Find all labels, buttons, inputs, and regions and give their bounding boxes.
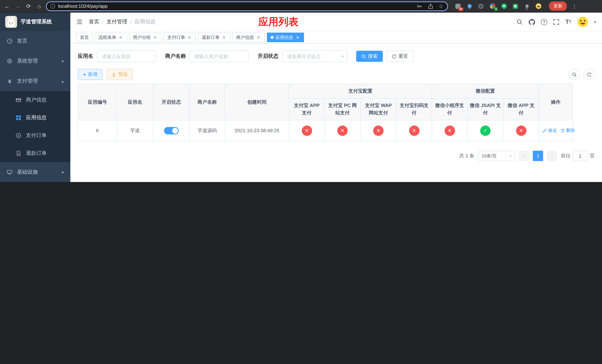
tab-pay-orders[interactable]: 支付订单✕	[164, 32, 196, 42]
extension-wechat-icon[interactable]	[500, 2, 508, 10]
extension-puzzle-icon[interactable]: 10	[454, 2, 462, 10]
app-name-input[interactable]	[97, 50, 156, 62]
delete-button[interactable]: 删除	[560, 127, 575, 134]
close-icon[interactable]: ✕	[187, 35, 192, 40]
help-icon[interactable]: ?	[541, 19, 547, 25]
col-group-wechat: 微信配置	[432, 84, 539, 98]
search-button[interactable]: 搜索	[356, 51, 383, 62]
tab-refund-orders[interactable]: 退款订单✕	[198, 32, 230, 42]
avatar-dropdown-icon[interactable]: ▾	[594, 20, 596, 24]
merchant-name-label: 商户名称	[165, 53, 186, 60]
fullscreen-icon[interactable]	[553, 19, 559, 25]
reset-button-label: 重置	[398, 53, 408, 60]
status-select[interactable]: ▾	[282, 50, 347, 62]
search-icon[interactable]	[516, 19, 523, 25]
close-icon[interactable]: ✕	[152, 35, 158, 40]
wechat-jsapi-status-icon: ✓	[480, 126, 491, 136]
sidebar-item-infrastructure[interactable]: 基础设施 ▾	[0, 162, 70, 182]
share-icon[interactable]	[428, 3, 433, 9]
forward-icon[interactable]: →	[14, 2, 22, 10]
main-area: 首页 / 支付管理 / 应用信息 应用列表 ? TT	[70, 13, 602, 182]
home-icon[interactable]: ⌂	[35, 2, 43, 10]
bookmark-star-icon[interactable]: ☆	[439, 3, 443, 9]
col-header-alipay-qr: 支付宝扫码支付	[396, 98, 432, 120]
sidebar-item-label: 首页	[17, 38, 27, 44]
url-text: localhost:1024/pay/app	[58, 3, 411, 9]
close-icon[interactable]: ✕	[118, 35, 123, 40]
col-header-app-id: 应用编号	[78, 84, 117, 120]
extension-green-square-icon[interactable]	[512, 2, 519, 10]
extension-profile-icon[interactable]: 1	[489, 2, 496, 10]
col-header-merchant: 商户名称	[189, 84, 225, 120]
tab-process-form[interactable]: 流程表单✕	[95, 32, 127, 42]
goto-prefix: 前往	[561, 153, 570, 160]
status-label: 开启状态	[258, 53, 279, 60]
github-icon[interactable]	[529, 19, 535, 25]
sidebar-item-app-info[interactable]: 应用信息	[0, 109, 70, 127]
page-size-value: 10条/页	[482, 153, 497, 159]
close-icon[interactable]: ✕	[221, 35, 226, 40]
tab-label: 商户信息	[236, 34, 254, 41]
extension-drop-icon[interactable]	[466, 2, 473, 10]
breadcrumb: 首页 / 支付管理 / 应用信息	[89, 19, 155, 25]
status-toggle[interactable]	[164, 127, 179, 134]
sidebar-item-system[interactable]: 系统管理 ▾	[0, 51, 70, 71]
page-number-button[interactable]: 1	[533, 151, 543, 161]
sidebar-item-merchant-info[interactable]: 商户信息	[0, 91, 70, 109]
sidebar-item-refund-orders[interactable]: 退款订单	[0, 144, 70, 162]
sidebar-item-payment[interactable]: ¥ 支付管理 ▴	[0, 71, 70, 91]
edit-button[interactable]: 修改	[542, 127, 557, 134]
toggle-search-button[interactable]	[569, 69, 580, 80]
export-button[interactable]: 导出	[106, 69, 133, 80]
sidebar-toggle-icon[interactable]	[76, 19, 83, 25]
address-bar[interactable]: i localhost:1024/pay/app ☆	[46, 1, 448, 11]
reset-button[interactable]: 重置	[387, 51, 413, 62]
close-icon[interactable]: ✕	[256, 35, 261, 40]
col-header-alipay-pc: 支付宝 PC 网站支付	[324, 98, 360, 120]
pagination-total: 共 1 条	[459, 153, 474, 160]
tab-label: 应用信息	[275, 34, 293, 41]
extension-pin-icon[interactable]	[523, 2, 531, 10]
goto-page-input[interactable]	[573, 151, 588, 161]
monitor-icon	[7, 169, 13, 175]
site-info-icon[interactable]: i	[50, 4, 55, 9]
tab-user-group[interactable]: 用户分组✕	[129, 32, 161, 42]
toolbar-right	[569, 69, 595, 80]
tab-app-info[interactable]: 应用信息✕	[267, 32, 304, 42]
reload-icon[interactable]: ⟳	[24, 2, 32, 10]
search-icon	[361, 54, 366, 59]
merchant-name-input[interactable]	[190, 50, 249, 62]
col-header-alipay-app: 支付宝 APP 支付	[289, 98, 324, 120]
sidebar-item-home[interactable]: 首页	[0, 31, 70, 51]
sidebar-item-label: 系统管理	[17, 58, 38, 64]
extension-emoji-icon[interactable]	[535, 2, 542, 10]
browser-update-button[interactable]: 更新	[549, 1, 567, 11]
user-avatar[interactable]	[577, 16, 588, 27]
tag-bar: 首页 流程表单✕ 用户分组✕ 支付订单✕ 退款订单✕ 商户信息✕ 应用信息✕	[70, 31, 602, 44]
tab-home[interactable]: 首页	[76, 32, 93, 42]
dashboard-icon	[7, 38, 13, 44]
password-key-icon[interactable]	[416, 3, 422, 9]
col-header-app-name: 应用名	[117, 84, 153, 120]
alipay-qr-status-icon: ✕	[409, 126, 419, 136]
status-select-input[interactable]	[282, 50, 347, 62]
sidebar-item-label: 退款订单	[26, 150, 47, 157]
browser-menu-icon[interactable]: ⋮	[572, 3, 577, 10]
prev-page-button[interactable]: ‹	[519, 151, 529, 161]
add-button[interactable]: + 新增	[78, 69, 103, 80]
app-logo[interactable]: 芋道管理系统	[0, 13, 70, 31]
sidebar-item-label: 基础设施	[17, 169, 38, 175]
breadcrumb-payment[interactable]: 支付管理	[107, 19, 127, 25]
page-size-select[interactable]: 10条/页 ▾	[478, 151, 515, 161]
close-icon[interactable]: ✕	[295, 35, 300, 40]
extension-ring-icon[interactable]	[477, 2, 485, 10]
back-icon[interactable]: ←	[3, 2, 11, 10]
refresh-table-button[interactable]	[583, 69, 595, 80]
browser-chrome: ← → ⟳ ⌂ i localhost:1024/pay/app ☆ 10 1 …	[0, 0, 602, 13]
breadcrumb-home[interactable]: 首页	[89, 19, 99, 25]
font-size-icon[interactable]: TT	[565, 19, 571, 25]
next-page-button[interactable]: ›	[547, 151, 557, 161]
tab-merchant-info[interactable]: 商户信息✕	[233, 32, 265, 42]
sidebar-item-pay-orders[interactable]: ¥ 支付订单	[0, 127, 70, 144]
extension-badge: 1	[494, 7, 498, 11]
